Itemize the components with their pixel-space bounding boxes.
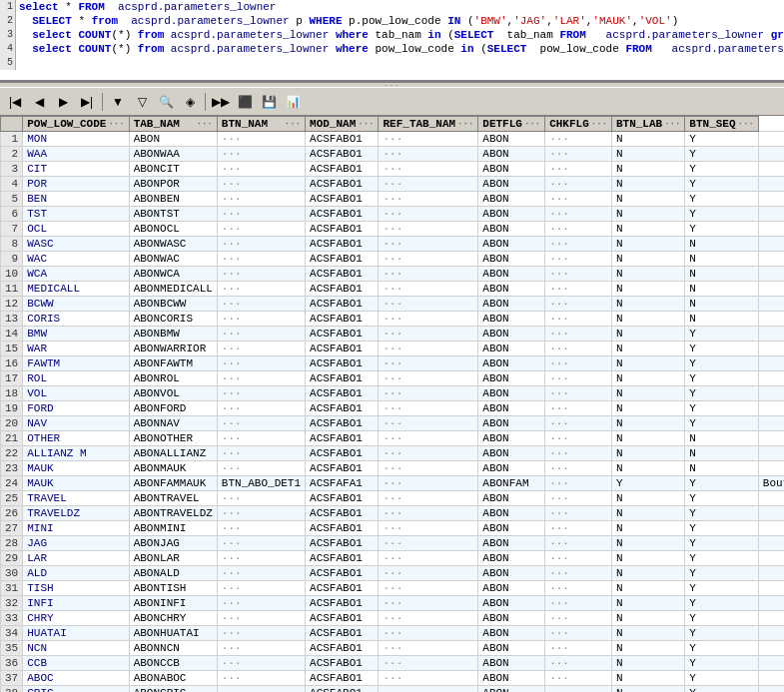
- row-number: 4: [1, 177, 23, 192]
- table-row[interactable]: 22ALLIANZ MABONALLIANZ···ACSFABO1···ABON…: [1, 446, 785, 461]
- table-row[interactable]: 29LARABONLAR···ACSFABO1···ABON···NY···: [1, 551, 785, 566]
- table-row[interactable]: 33CHRYABONCHRY···ACSFABO1···ABON···NY···: [1, 611, 785, 626]
- row-number: 22: [1, 446, 23, 461]
- table-row[interactable]: 35NCNABONNCN···ACSFABO1···ABON···NY···: [1, 641, 785, 656]
- cell-tab-nam: ABONWARRIOR: [129, 342, 217, 356]
- cell-btn-lab: [758, 342, 784, 356]
- data-grid[interactable]: POW_LOW_CODE ··· TAB_NAM ··· BTN_NAM ···: [0, 116, 784, 692]
- cell-mod-nam: ACSFABO1: [306, 656, 379, 671]
- table-row[interactable]: 20NAVABONNAV···ACSFABO1···ABON···NY···: [1, 416, 785, 431]
- table-row[interactable]: 21OTHERABONOTHER···ACSFABO1···ABON···NN·…: [1, 431, 785, 446]
- table-row[interactable]: 5BENABONBEN···ACSFABO1···ABON···NY···: [1, 192, 785, 207]
- table-row[interactable]: 3CITABONCIT···ACSFABO1···ABON···NY···: [1, 162, 785, 177]
- toolbar-btn-1[interactable]: |◀: [4, 91, 26, 113]
- cell-mod-nam: ACSFABO1: [306, 431, 379, 446]
- toolbar-btn-run[interactable]: ▶▶: [210, 91, 232, 113]
- line-number: 2: [0, 14, 16, 28]
- table-row[interactable]: 32INFIABONINFI···ACSFABO1···ABON···NY···: [1, 596, 785, 611]
- cell-ref-tab-nam: ···: [379, 446, 478, 461]
- cell-detflg-val: N: [611, 671, 684, 686]
- toolbar-btn-prev[interactable]: ◀: [28, 91, 50, 113]
- cell-mod-nam: ACSFABO1: [306, 491, 379, 506]
- toolbar-btn-filter[interactable]: ▼: [107, 91, 129, 113]
- table-row[interactable]: 28JAGABONJAG···ACSFABO1···ABON···NY···: [1, 536, 785, 551]
- toolbar-btn-filter2[interactable]: ▽: [131, 91, 153, 113]
- cell-detflg-val: N: [611, 252, 684, 267]
- col-header-btn-nam[interactable]: BTN_NAM ···: [217, 117, 305, 132]
- row-number: 17: [1, 371, 23, 386]
- toolbar-btn-commit[interactable]: 💾: [258, 91, 280, 113]
- col-header-btn-lab[interactable]: BTN_LAB ···: [611, 117, 684, 132]
- sql-text[interactable]: select COUNT(*) from acsprd.parameters_l…: [16, 28, 784, 42]
- cell-pow-low-code: BMW: [23, 327, 129, 342]
- col-header-chkflg[interactable]: CHKFLG ···: [545, 117, 612, 132]
- table-row[interactable]: 6TSTABONTST···ACSFABO1···ABON···NY···: [1, 207, 785, 222]
- cell-btn-lab: [758, 371, 784, 386]
- cell-detflg: ABON: [478, 252, 545, 267]
- table-row[interactable]: 34HUATAIABONHUATAI···ACSFABO1···ABON···N…: [1, 626, 785, 641]
- cell-btn-nam: ···: [217, 521, 305, 536]
- cell-ref-tab-nam: ···: [379, 282, 478, 297]
- table-row[interactable]: 16FAWTMABONFAWTM···ACSFABO1···ABON···NY·…: [1, 356, 785, 371]
- toolbar-btn-stop[interactable]: ⬛: [234, 91, 256, 113]
- cell-chkflg-val: Y: [685, 521, 758, 536]
- col-header-btn-seq[interactable]: BTN_SEQ ···: [685, 117, 758, 132]
- table-row[interactable]: 37ABOCABONABOC···ACSFABO1···ABON···NY···: [1, 671, 785, 686]
- table-row[interactable]: 25TRAVELABONTRAVEL···ACSFABO1···ABON···N…: [1, 491, 785, 506]
- table-row[interactable]: 27MINIABONMINI···ACSFABO1···ABON···NY···: [1, 521, 785, 536]
- cell-detflg-val: N: [611, 267, 684, 282]
- cell-mod-nam: ACSFABO1: [306, 446, 379, 461]
- cell-detflg-val: N: [611, 401, 684, 416]
- table-row[interactable]: 7OCLABONOCL···ACSFABO1···ABON···NY···: [1, 222, 785, 237]
- table-row[interactable]: 19FORDABONFORD···ACSFABO1···ABON···NY···: [1, 401, 785, 416]
- table-row[interactable]: 30ALDABONALD···ACSFABO1···ABON···NY···: [1, 566, 785, 581]
- cell-chkflg-val: Y: [685, 416, 758, 431]
- cell-chkflg-val: N: [685, 431, 758, 446]
- table-row[interactable]: 17ROLABONROL···ACSFABO1···ABON···NY···: [1, 371, 785, 386]
- table-row[interactable]: 12BCWWABONBCWW···ACSFABO1···ABON···NN···: [1, 297, 785, 312]
- toolbar-btn-5[interactable]: ◈: [179, 91, 201, 113]
- table-row[interactable]: 10WCAABONWCA···ACSFABO1···ABON···NN···: [1, 267, 785, 282]
- toolbar-btn-last[interactable]: ▶|: [76, 91, 98, 113]
- table-row[interactable]: 2WAAABONWAA···ACSFABO1···ABON···NY···: [1, 147, 785, 162]
- cell-chkflg-dots: ···: [545, 312, 612, 327]
- cell-btn-lab: [758, 536, 784, 551]
- cell-detflg: ABON: [478, 671, 545, 686]
- col-header-detflg[interactable]: DETFLG ···: [478, 117, 545, 132]
- toolbar-btn-search[interactable]: 🔍: [155, 91, 177, 113]
- table-row[interactable]: 36CCBABONCCB···ACSFABO1···ABON···NY···: [1, 656, 785, 671]
- cell-pow-low-code: MINI: [23, 521, 129, 536]
- table-row[interactable]: 4PORABONPOR···ACSFABO1···ABON···NY···: [1, 177, 785, 192]
- cell-chkflg-dots: ···: [545, 491, 612, 506]
- cell-tab-nam: ABONBMW: [129, 327, 217, 342]
- table-row[interactable]: 18VOLABONVOL···ACSFABO1···ABON···NY···: [1, 386, 785, 401]
- table-row[interactable]: 1MONABON···ACSFABO1···ABON···NY···: [1, 132, 785, 147]
- table-row[interactable]: 31TISHABONTISH···ACSFABO1···ABON···NY···: [1, 581, 785, 596]
- table-row[interactable]: 9WACABONWAC···ACSFABO1···ABON···NN···: [1, 252, 785, 267]
- toolbar-btn-next[interactable]: ▶: [52, 91, 74, 113]
- table-row[interactable]: 23MAUKABONMAUK···ACSFABO1···ABON···NN···: [1, 461, 785, 476]
- sql-text[interactable]: select COUNT(*) from acsprd.parameters_l…: [16, 42, 784, 56]
- cell-btn-lab: [758, 581, 784, 596]
- row-number: 8: [1, 237, 23, 252]
- table-row[interactable]: 26TRAVELDZABONTRAVELDZ···ACSFABO1···ABON…: [1, 506, 785, 521]
- table-row[interactable]: 13CORISABONCORIS···ACSFABO1···ABON···NN·…: [1, 312, 785, 327]
- col-header-mod-nam[interactable]: MOD_NAM ···: [306, 117, 379, 132]
- cell-btn-nam: ···: [217, 192, 305, 207]
- sql-text[interactable]: SELECT * from acsprd.parameters_lowner p…: [16, 14, 678, 28]
- table-row[interactable]: 8WASCABONWASC···ACSFABO1···ABON···NN···: [1, 237, 785, 252]
- table-row[interactable]: 15WARABONWARRIOR···ACSFABO1···ABON···NY·…: [1, 342, 785, 356]
- table-row[interactable]: 14BMWABONBMW···ACSFABO1···ABON···NY···: [1, 327, 785, 342]
- col-header-pow-low-code[interactable]: POW_LOW_CODE ···: [23, 117, 129, 132]
- table-row[interactable]: 11MEDICALLABONMEDICALL···ACSFABO1···ABON…: [1, 282, 785, 297]
- table-row[interactable]: 38CPICABONCPIC···ACSFABO1···ABON···NY···: [1, 686, 785, 693]
- col-header-tab-nam[interactable]: TAB_NAM ···: [129, 117, 217, 132]
- table-row[interactable]: 24MAUKABONFAMMAUKBTN_ABO_DET1ACSFAFA1···…: [1, 476, 785, 491]
- sql-text[interactable]: select * FROM acsprd.parameters_lowner: [16, 0, 276, 14]
- cell-chkflg-val: Y: [685, 566, 758, 581]
- cell-tab-nam: ABONCORIS: [129, 312, 217, 327]
- toolbar-btn-chart[interactable]: 📊: [282, 91, 304, 113]
- col-header-ref-tab-nam[interactable]: REF_TAB_NAM ···: [379, 117, 478, 132]
- cell-detflg-val: N: [611, 342, 684, 356]
- sql-editor[interactable]: 1select * FROM acsprd.parameters_lowner2…: [0, 0, 784, 82]
